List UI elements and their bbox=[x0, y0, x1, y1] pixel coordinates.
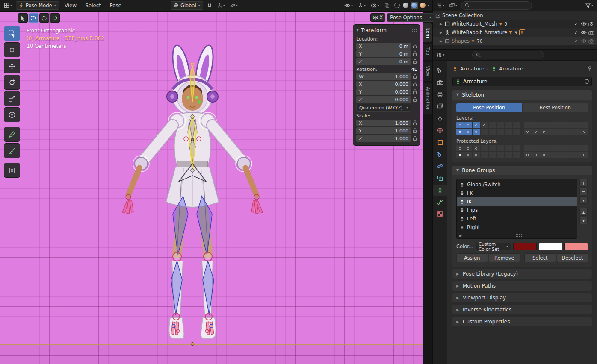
expand-icon[interactable]: ▶ bbox=[440, 39, 443, 43]
hide-eye-icon[interactable] bbox=[581, 39, 587, 43]
remove-bone-group-button[interactable]: − bbox=[579, 188, 588, 195]
lock-icon[interactable] bbox=[413, 89, 417, 94]
viewport-3d[interactable]: Front Orthographic (0) Armature : DEF_hi… bbox=[0, 12, 423, 364]
layer-cell[interactable] bbox=[513, 145, 520, 151]
bone-group-item[interactable]: Global/Switch bbox=[457, 180, 577, 189]
outliner-editor-type-button[interactable]: ▾ bbox=[435, 3, 446, 9]
layer-cell[interactable] bbox=[489, 129, 497, 135]
layer-cell[interactable] bbox=[464, 129, 472, 135]
layer-cell[interactable] bbox=[497, 122, 504, 128]
rest-position-button[interactable]: Rest Position bbox=[523, 103, 588, 112]
rotation-z-field[interactable]: Z0.000 bbox=[356, 96, 411, 103]
editor-type-button[interactable]: ▾ bbox=[3, 2, 13, 9]
select-button[interactable]: Select bbox=[524, 253, 556, 262]
tab-texture[interactable] bbox=[433, 208, 447, 220]
x-mirror-toggle[interactable]: X bbox=[370, 13, 385, 22]
location-z-field[interactable]: Z0 m bbox=[356, 58, 411, 65]
layer-cell[interactable] bbox=[456, 145, 464, 151]
tab-object-data[interactable] bbox=[433, 185, 447, 196]
foot-ik-bones[interactable] bbox=[171, 322, 214, 335]
layer-cell[interactable] bbox=[540, 129, 548, 135]
layer-cell[interactable] bbox=[540, 145, 548, 151]
menu-pose[interactable]: Pose bbox=[106, 2, 124, 9]
color-swatch-active[interactable] bbox=[564, 243, 588, 250]
add-bone-group-button[interactable]: + bbox=[579, 179, 588, 187]
exclude-checkbox[interactable]: ✓ bbox=[573, 38, 579, 44]
lock-icon[interactable] bbox=[413, 136, 417, 141]
tool-select-box[interactable] bbox=[4, 26, 20, 41]
tab-bone[interactable] bbox=[433, 197, 447, 208]
tab-render[interactable] bbox=[433, 77, 447, 88]
datablock-name-field[interactable]: Armature bbox=[452, 77, 592, 86]
bone-group-item[interactable]: Right bbox=[457, 223, 577, 232]
tab-tool[interactable]: Tool bbox=[423, 44, 432, 60]
select-box-button[interactable] bbox=[29, 13, 38, 23]
display-mode-button[interactable]: ▾ bbox=[448, 3, 458, 9]
color-set-dropdown[interactable]: Custom Color Set ▾ bbox=[476, 243, 511, 250]
tab-physics[interactable] bbox=[433, 161, 447, 172]
layer-cell[interactable] bbox=[532, 129, 540, 135]
location-x-field[interactable]: X0 m bbox=[356, 43, 411, 50]
layer-cell[interactable] bbox=[505, 145, 512, 151]
breadcrumb-data[interactable]: Armature bbox=[499, 66, 523, 72]
layer-cell[interactable] bbox=[456, 122, 464, 128]
tab-tool[interactable] bbox=[433, 65, 447, 76]
tab-output[interactable] bbox=[433, 89, 447, 100]
scale-z-field[interactable]: Z1.000 bbox=[356, 135, 411, 142]
layer-cell[interactable] bbox=[580, 145, 588, 151]
layer-cell[interactable] bbox=[464, 145, 472, 151]
shading-wireframe-button[interactable] bbox=[393, 2, 401, 9]
tab-scene[interactable] bbox=[433, 113, 447, 124]
tool-scale[interactable] bbox=[4, 91, 20, 106]
shading-solid-button[interactable] bbox=[402, 2, 409, 9]
layer-cell[interactable] bbox=[464, 152, 472, 158]
object-visibility-dropdown[interactable]: ▾ bbox=[343, 3, 354, 8]
lock-icon[interactable] bbox=[413, 82, 417, 87]
menu-select[interactable]: Select bbox=[82, 2, 104, 9]
shading-rendered-button[interactable] bbox=[419, 2, 426, 9]
layer-cell[interactable] bbox=[473, 145, 480, 151]
skeleton-panel-header[interactable]: ▼ Skeleton bbox=[452, 90, 592, 100]
layer-cell[interactable] bbox=[540, 152, 548, 158]
layer-cell[interactable] bbox=[524, 145, 532, 151]
lock-icon[interactable] bbox=[413, 74, 417, 79]
tool-rotate[interactable] bbox=[4, 75, 20, 90]
layer-cell[interactable] bbox=[456, 152, 464, 158]
list-filter-expand-icon[interactable]: ▶ bbox=[459, 234, 463, 238]
layer-cell[interactable] bbox=[572, 129, 580, 135]
properties-search-input[interactable] bbox=[472, 51, 544, 59]
layer-cell[interactable] bbox=[497, 145, 504, 151]
tab-world[interactable] bbox=[433, 125, 447, 136]
layer-cell[interactable] bbox=[556, 145, 564, 151]
tool-cursor[interactable] bbox=[4, 42, 20, 57]
rotation-mode-dropdown[interactable]: Quaternion (WXYZ) ▾ bbox=[356, 104, 411, 112]
tab-view[interactable]: View bbox=[423, 62, 432, 81]
location-y-field[interactable]: Y0 m bbox=[356, 50, 411, 57]
outliner-row-scene-collection[interactable]: Scene Collection bbox=[433, 11, 597, 20]
render-camera-icon[interactable] bbox=[588, 30, 594, 35]
panel-inverse-kinematics[interactable]: ▶ Inverse Kinematics bbox=[452, 305, 592, 314]
bone-group-item-selected[interactable]: IK bbox=[457, 197, 577, 206]
tab-item[interactable]: Item bbox=[423, 23, 432, 42]
layer-cell[interactable] bbox=[564, 145, 572, 151]
layer-cell[interactable] bbox=[556, 152, 564, 158]
bone-group-item[interactable]: Hips bbox=[457, 206, 577, 214]
lock-icon[interactable] bbox=[413, 44, 417, 49]
tab-object-constraints[interactable] bbox=[433, 173, 447, 184]
layer-cell[interactable] bbox=[489, 145, 497, 151]
layer-cell[interactable] bbox=[524, 129, 532, 135]
rotation-y-field[interactable]: Y0.000 bbox=[356, 88, 411, 95]
layer-cell[interactable] bbox=[572, 152, 580, 158]
layer-cell[interactable] bbox=[564, 129, 572, 135]
bone-groups-panel-header[interactable]: ▼ Bone Groups bbox=[452, 166, 592, 175]
layer-cell[interactable] bbox=[513, 122, 520, 128]
remove-button[interactable]: Remove bbox=[489, 253, 520, 262]
xray-toggle[interactable] bbox=[383, 3, 391, 9]
layer-cell[interactable] bbox=[456, 129, 464, 135]
color-swatch-select[interactable] bbox=[539, 243, 562, 250]
layer-cell[interactable] bbox=[464, 122, 472, 128]
layer-cell[interactable] bbox=[548, 145, 556, 151]
menu-view[interactable]: View bbox=[62, 2, 80, 9]
outliner-row-shapes[interactable]: ▶ Shapes 70 ✓ bbox=[433, 37, 597, 45]
tool-transform[interactable] bbox=[4, 107, 20, 122]
